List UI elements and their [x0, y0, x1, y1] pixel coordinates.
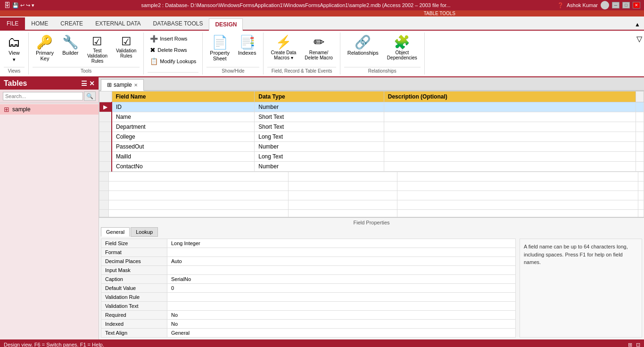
object-dependencies-button[interactable]: 🧩 Object Dependencies — [384, 33, 421, 63]
test-validation-button[interactable]: ☑ Test Validation Rules — [84, 33, 111, 66]
field-name-cell[interactable]: Department — [112, 122, 255, 132]
ribbon-content: 🗂 View ▾ Views 🔑 Primary Key 🔧 Builder ☑… — [0, 31, 644, 77]
fp-tab-lookup[interactable]: Lookup — [131, 227, 158, 237]
minimize-btn[interactable]: ─ — [612, 2, 619, 8]
fp-row: Required No — [101, 311, 516, 320]
description-cell[interactable] — [384, 112, 636, 122]
fp-value[interactable] — [167, 266, 516, 275]
data-type-cell[interactable]: Short Text — [255, 122, 384, 132]
empty-row[interactable] — [99, 182, 644, 191]
empty-row[interactable] — [99, 172, 644, 182]
table-item-sample[interactable]: ⊞ sample — [0, 104, 99, 115]
description-cell[interactable] — [384, 152, 636, 162]
fp-value[interactable] — [167, 248, 516, 257]
indexes-button[interactable]: 📑 Indexes — [235, 33, 260, 58]
field-name-cell[interactable]: Name — [112, 112, 255, 122]
description-cell[interactable] — [384, 142, 636, 152]
table-row[interactable]: College Long Text — [99, 132, 644, 142]
modify-lookups-button[interactable]: 📋 Modify Lookups — [148, 56, 198, 66]
field-name-cell[interactable]: ContactNo — [112, 162, 255, 172]
tab-home[interactable]: HOME — [25, 17, 54, 30]
description-cell[interactable] — [384, 122, 636, 132]
table-row[interactable]: ContactNo Number — [99, 162, 644, 172]
tab-create[interactable]: CREATE — [54, 17, 89, 30]
insert-rows-button[interactable]: ➕ Insert Rows — [148, 33, 198, 44]
layout-icon[interactable]: ⊞ — [628, 342, 632, 347]
fp-value[interactable]: Auto — [167, 257, 516, 266]
table-row[interactable]: PassedOut Number — [99, 142, 644, 152]
tab-file[interactable]: FILE — [0, 17, 25, 30]
tab-close-btn[interactable]: ✕ — [134, 83, 138, 88]
panel-menu-btn[interactable]: ☰ — [81, 80, 87, 87]
description-cell[interactable] — [384, 102, 636, 112]
panel-close-btn[interactable]: ✕ — [89, 80, 95, 87]
close-btn[interactable]: ✕ — [633, 2, 640, 8]
description-header: Description (Optional) — [384, 91, 636, 102]
maximize-btn[interactable]: □ — [622, 2, 630, 8]
property-sheet-button[interactable]: 📄 Property Sheet — [206, 33, 233, 64]
relationships-button[interactable]: 🔗 Relationships — [344, 33, 382, 58]
field-name-header: Field Name — [112, 91, 255, 102]
data-type-cell[interactable]: Long Text — [255, 132, 384, 142]
tab-dbtools[interactable]: DATABASE TOOLS — [147, 17, 209, 30]
object-deps-icon: 🧩 — [394, 36, 410, 49]
help-icon[interactable]: ❓ — [557, 2, 564, 8]
field-name-cell[interactable]: ID — [112, 102, 255, 112]
primary-key-button[interactable]: 🔑 Primary Key — [33, 33, 57, 64]
data-type-cell[interactable]: Short Text — [255, 112, 384, 122]
ribbon-collapse-btn[interactable]: ▲ — [631, 19, 644, 30]
fp-value[interactable]: Long Integer — [167, 239, 516, 248]
search-input[interactable] — [3, 92, 83, 100]
status-icons: ⊞ ⊡ — [628, 342, 640, 347]
fp-value[interactable]: No — [167, 320, 516, 329]
table-row[interactable]: ▶ ID Number — [99, 102, 644, 112]
table-row[interactable]: Department Short Text — [99, 122, 644, 132]
fp-value[interactable]: 0 — [167, 284, 516, 293]
rename-delete-macro-button[interactable]: ✏ Rename/ Delete Macro — [301, 33, 336, 63]
row-indicator: ▶ — [99, 102, 112, 112]
data-type-cell[interactable]: Number — [255, 142, 384, 152]
view-button[interactable]: 🗂 View ▾ — [4, 33, 25, 65]
table-icon: ⊞ — [4, 106, 9, 113]
empty-row[interactable] — [99, 210, 644, 217]
fp-value[interactable] — [167, 302, 516, 311]
fp-row: Validation Text — [101, 302, 516, 311]
content-tab-sample[interactable]: ⊞ sample ✕ — [101, 79, 144, 91]
field-properties-title: Field Properties — [101, 220, 642, 225]
description-cell[interactable] — [384, 162, 636, 172]
fp-value[interactable] — [167, 293, 516, 302]
data-type-header: Data Type — [255, 91, 384, 102]
row-indicator — [99, 152, 112, 162]
tab-design[interactable]: DESIGN — [209, 18, 243, 31]
fp-tab-general[interactable]: General — [101, 227, 130, 237]
fp-value[interactable]: General — [167, 329, 516, 338]
user-name: Ashok Kumar — [567, 2, 598, 8]
field-name-cell[interactable]: MailId — [112, 152, 255, 162]
tab-external[interactable]: EXTERNAL DATA — [89, 17, 147, 30]
fp-value[interactable]: No — [167, 311, 516, 320]
data-type-cell[interactable]: Long Text — [255, 152, 384, 162]
data-type-cell[interactable]: Number — [255, 102, 384, 112]
empty-row[interactable] — [99, 200, 644, 210]
table-row[interactable]: MailId Long Text — [99, 152, 644, 162]
fp-label: Validation Text — [101, 302, 167, 311]
ribbon-group-relationships: 🔗 Relationships 🧩 Object Dependencies Re… — [340, 33, 425, 74]
rename-icon: ✏ — [314, 36, 324, 49]
description-cell[interactable] — [384, 132, 636, 142]
filter-icon[interactable]: ⊡ — [636, 342, 640, 347]
table-row[interactable]: Name Short Text — [99, 112, 644, 122]
main-area: Tables ☰ ✕ 🔍 ⊞ sample ⊞ sample ✕ — [0, 77, 644, 339]
tab-icon: ⊞ — [107, 82, 112, 88]
field-name-cell[interactable]: College — [112, 132, 255, 142]
empty-row[interactable] — [99, 191, 644, 200]
ribbon-expand-icon[interactable]: ▽ — [635, 33, 644, 45]
create-data-macros-button[interactable]: ⚡ Create Data Macros ▾ — [267, 33, 299, 63]
data-type-cell[interactable]: Number — [255, 162, 384, 172]
ribbon-group-insertrows: ➕ Insert Rows ✖ Delete Rows 📋 Modify Loo… — [144, 33, 203, 74]
builder-button[interactable]: 🔧 Builder — [59, 33, 82, 58]
search-button[interactable]: 🔍 — [84, 91, 96, 101]
validation-rules-button[interactable]: ☑ Validation Rules — [113, 33, 140, 61]
delete-rows-button[interactable]: ✖ Delete Rows — [148, 45, 198, 55]
fp-value[interactable]: SerialNo — [167, 275, 516, 284]
field-name-cell[interactable]: PassedOut — [112, 142, 255, 152]
